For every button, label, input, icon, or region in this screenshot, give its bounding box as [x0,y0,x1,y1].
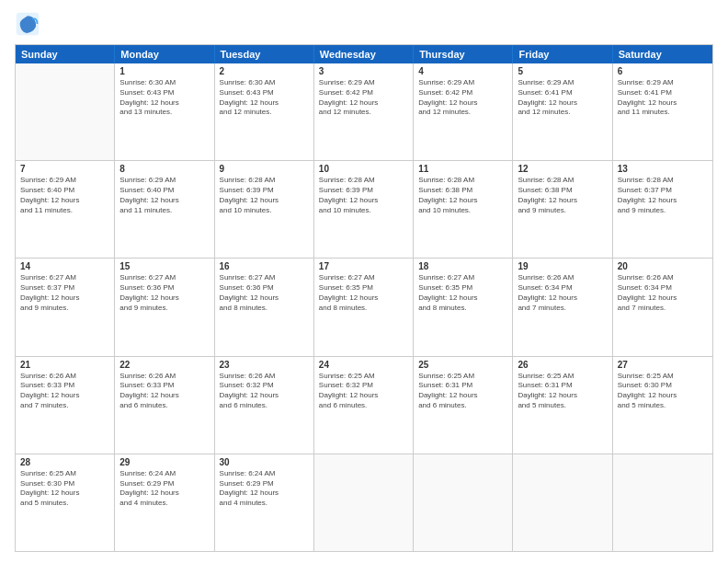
cell-info: Sunrise: 6:30 AM Sunset: 6:43 PM Dayligh… [119,78,209,118]
day-number: 14 [20,261,109,271]
calendar-cell [16,63,115,160]
logo [15,11,44,37]
day-number: 13 [618,164,708,174]
day-number: 30 [220,457,309,467]
calendar-cell [414,454,513,551]
cell-info: Sunrise: 6:24 AM Sunset: 6:29 PM Dayligh… [119,469,209,509]
day-number: 5 [518,66,607,76]
cell-info: Sunrise: 6:26 AM Sunset: 6:33 PM Dayligh… [119,372,209,411]
cell-info: Sunrise: 6:27 AM Sunset: 6:35 PM Dayligh… [418,273,507,313]
cell-info: Sunrise: 6:30 AM Sunset: 6:43 PM Dayligh… [220,78,309,118]
calendar-body: 1Sunrise: 6:30 AM Sunset: 6:43 PM Daylig… [16,63,712,551]
calendar-cell: 9Sunrise: 6:28 AM Sunset: 6:39 PM Daylig… [215,161,314,258]
day-number: 23 [220,360,309,370]
cell-info: Sunrise: 6:26 AM Sunset: 6:32 PM Dayligh… [220,372,309,411]
day-number: 25 [418,360,507,370]
cell-info: Sunrise: 6:26 AM Sunset: 6:34 PM Dayligh… [618,273,708,313]
weekday-header: Tuesday [215,45,314,63]
calendar-cell: 30Sunrise: 6:24 AM Sunset: 6:29 PM Dayli… [215,454,314,551]
weekday-header: Sunday [16,45,115,63]
calendar-cell: 28Sunrise: 6:25 AM Sunset: 6:30 PM Dayli… [16,454,115,551]
cell-info: Sunrise: 6:28 AM Sunset: 6:38 PM Dayligh… [418,176,507,215]
day-number: 8 [119,164,209,174]
cell-info: Sunrise: 6:27 AM Sunset: 6:36 PM Dayligh… [119,273,209,313]
calendar-cell: 26Sunrise: 6:25 AM Sunset: 6:31 PM Dayli… [513,357,612,454]
calendar-cell: 27Sunrise: 6:25 AM Sunset: 6:30 PM Dayli… [613,357,712,454]
calendar-row: 1Sunrise: 6:30 AM Sunset: 6:43 PM Daylig… [16,63,712,160]
calendar-cell [513,454,612,551]
cell-info: Sunrise: 6:29 AM Sunset: 6:41 PM Dayligh… [618,78,708,118]
day-number: 12 [518,164,607,174]
cell-info: Sunrise: 6:25 AM Sunset: 6:30 PM Dayligh… [20,469,109,509]
calendar-row: 21Sunrise: 6:26 AM Sunset: 6:33 PM Dayli… [16,356,712,454]
day-number: 9 [220,164,309,174]
calendar-cell: 22Sunrise: 6:26 AM Sunset: 6:33 PM Dayli… [115,357,214,454]
day-number: 22 [119,360,209,370]
weekday-header: Monday [115,45,214,63]
day-number: 7 [20,164,109,174]
calendar-cell: 11Sunrise: 6:28 AM Sunset: 6:38 PM Dayli… [414,161,513,258]
calendar-row: 28Sunrise: 6:25 AM Sunset: 6:30 PM Dayli… [16,454,712,551]
calendar-header: SundayMondayTuesdayWednesdayThursdayFrid… [16,45,712,63]
cell-info: Sunrise: 6:24 AM Sunset: 6:29 PM Dayligh… [220,469,309,509]
day-number: 24 [319,360,408,370]
cell-info: Sunrise: 6:27 AM Sunset: 6:37 PM Dayligh… [20,273,109,313]
calendar-cell: 8Sunrise: 6:29 AM Sunset: 6:40 PM Daylig… [115,161,214,258]
day-number: 15 [119,261,209,271]
cell-info: Sunrise: 6:26 AM Sunset: 6:34 PM Dayligh… [518,273,607,313]
page: SundayMondayTuesdayWednesdayThursdayFrid… [0,0,728,563]
calendar-cell: 13Sunrise: 6:28 AM Sunset: 6:37 PM Dayli… [613,161,712,258]
calendar-cell: 23Sunrise: 6:26 AM Sunset: 6:32 PM Dayli… [215,357,314,454]
calendar-cell: 18Sunrise: 6:27 AM Sunset: 6:35 PM Dayli… [414,259,513,355]
day-number: 18 [418,261,507,271]
calendar-cell: 5Sunrise: 6:29 AM Sunset: 6:41 PM Daylig… [513,63,612,160]
day-number: 29 [119,457,209,467]
weekday-header: Friday [513,45,612,63]
day-number: 20 [618,261,708,271]
day-number: 2 [220,66,309,76]
day-number: 19 [518,261,607,271]
cell-info: Sunrise: 6:28 AM Sunset: 6:39 PM Dayligh… [319,176,408,215]
weekday-header: Wednesday [314,45,414,63]
weekday-header: Thursday [414,45,513,63]
calendar: SundayMondayTuesdayWednesdayThursdayFrid… [15,44,713,552]
calendar-cell: 1Sunrise: 6:30 AM Sunset: 6:43 PM Daylig… [115,63,214,160]
cell-info: Sunrise: 6:29 AM Sunset: 6:40 PM Dayligh… [20,176,109,215]
cell-info: Sunrise: 6:28 AM Sunset: 6:38 PM Dayligh… [518,176,607,215]
cell-info: Sunrise: 6:27 AM Sunset: 6:35 PM Dayligh… [319,273,408,313]
calendar-row: 14Sunrise: 6:27 AM Sunset: 6:37 PM Dayli… [16,258,712,355]
cell-info: Sunrise: 6:29 AM Sunset: 6:42 PM Dayligh… [418,78,507,118]
day-number: 11 [418,164,507,174]
header [15,11,713,37]
calendar-cell: 29Sunrise: 6:24 AM Sunset: 6:29 PM Dayli… [115,454,214,551]
calendar-cell: 4Sunrise: 6:29 AM Sunset: 6:42 PM Daylig… [414,63,513,160]
calendar-cell [314,454,414,551]
day-number: 1 [119,66,209,76]
day-number: 4 [418,66,507,76]
calendar-cell: 17Sunrise: 6:27 AM Sunset: 6:35 PM Dayli… [314,259,414,355]
calendar-cell: 12Sunrise: 6:28 AM Sunset: 6:38 PM Dayli… [513,161,612,258]
cell-info: Sunrise: 6:29 AM Sunset: 6:42 PM Dayligh… [319,78,408,118]
cell-info: Sunrise: 6:29 AM Sunset: 6:40 PM Dayligh… [119,176,209,215]
calendar-cell: 10Sunrise: 6:28 AM Sunset: 6:39 PM Dayli… [314,161,414,258]
day-number: 21 [20,360,109,370]
calendar-cell: 14Sunrise: 6:27 AM Sunset: 6:37 PM Dayli… [16,259,115,355]
calendar-row: 7Sunrise: 6:29 AM Sunset: 6:40 PM Daylig… [16,160,712,258]
calendar-cell: 19Sunrise: 6:26 AM Sunset: 6:34 PM Dayli… [513,259,612,355]
day-number: 16 [220,261,309,271]
cell-info: Sunrise: 6:25 AM Sunset: 6:30 PM Dayligh… [618,372,708,411]
calendar-cell: 7Sunrise: 6:29 AM Sunset: 6:40 PM Daylig… [16,161,115,258]
calendar-cell [613,454,712,551]
day-number: 10 [319,164,408,174]
calendar-cell: 3Sunrise: 6:29 AM Sunset: 6:42 PM Daylig… [314,63,414,160]
day-number: 17 [319,261,408,271]
day-number: 26 [518,360,607,370]
cell-info: Sunrise: 6:28 AM Sunset: 6:37 PM Dayligh… [618,176,708,215]
logo-icon [15,11,40,37]
calendar-cell: 15Sunrise: 6:27 AM Sunset: 6:36 PM Dayli… [115,259,214,355]
cell-info: Sunrise: 6:26 AM Sunset: 6:33 PM Dayligh… [20,372,109,411]
day-number: 6 [618,66,708,76]
day-number: 27 [618,360,708,370]
cell-info: Sunrise: 6:29 AM Sunset: 6:41 PM Dayligh… [518,78,607,118]
weekday-header: Saturday [613,45,712,63]
